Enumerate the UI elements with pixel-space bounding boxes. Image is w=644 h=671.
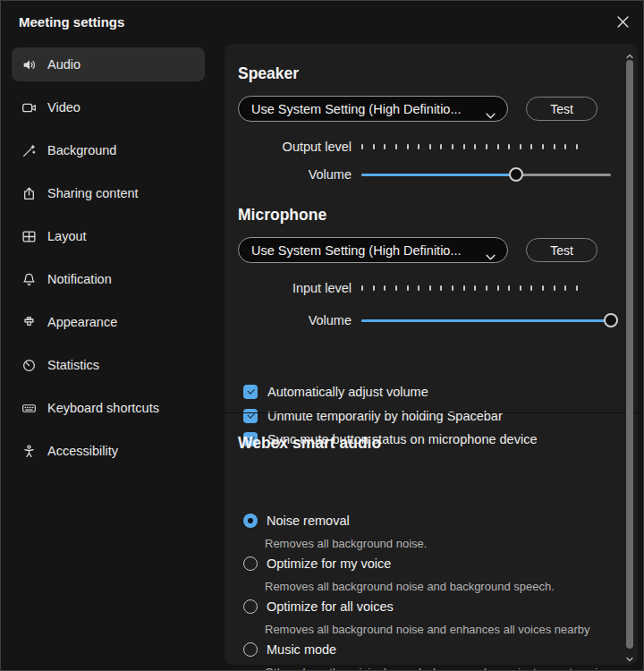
level-tick <box>373 285 375 291</box>
checkbox-icon[interactable] <box>243 409 258 423</box>
sidebar-item-appearance[interactable]: Appearance <box>12 305 205 339</box>
level-tick <box>486 144 487 149</box>
chevron-down-icon <box>486 248 496 264</box>
radio-noise-removal[interactable]: Noise removal <box>243 512 350 530</box>
level-tick <box>497 285 499 291</box>
sidebar-item-label: Keyboard shortcuts <box>47 401 159 415</box>
level-tick <box>463 144 465 149</box>
speaker-icon <box>21 57 37 72</box>
speaker-heading: Speaker <box>238 64 299 83</box>
sidebar-item-label: Layout <box>47 229 87 243</box>
radio-music-mode[interactable]: Music mode <box>243 641 336 658</box>
checkbox-unmute-spacebar[interactable]: Unmute temporarily by holding Spacebar <box>243 409 503 423</box>
sidebar-item-audio[interactable]: Audio <box>12 47 205 81</box>
output-level-meter <box>361 144 578 149</box>
radio-description: Removes all background noise and enhance… <box>265 621 590 639</box>
sidebar-item-label: Appearance <box>47 315 117 329</box>
slider-fill <box>361 174 516 176</box>
sidebar-item-label: Background <box>47 143 116 157</box>
radio-icon[interactable] <box>243 514 258 528</box>
level-tick <box>520 285 521 291</box>
chevron-down-icon <box>486 106 496 123</box>
sidebar-item-sharing-content[interactable]: Sharing content <box>12 176 205 210</box>
scroll-up-icon[interactable] <box>625 48 634 57</box>
radio-optimize-all-voices[interactable]: Optimize for all voices <box>243 598 394 616</box>
speaker-volume-row: Volume <box>238 166 611 183</box>
radio-optimize-my-voice[interactable]: Optimize for my voice <box>243 555 391 573</box>
level-tick <box>407 285 409 291</box>
close-button[interactable] <box>612 13 633 34</box>
level-tick <box>418 144 419 149</box>
sidebar-item-background[interactable]: Background <box>12 133 205 167</box>
checkbox-auto-adjust-volume[interactable]: Automatically adjust volume <box>243 385 428 399</box>
microphone-device-value: Use System Setting (High Definitio... <box>251 243 462 258</box>
radio-description: Removes all background noise and backgro… <box>265 578 555 596</box>
camera-icon <box>21 100 37 115</box>
meeting-settings-dialog: Meeting settings Audio Video Background … <box>0 0 644 671</box>
radio-icon[interactable] <box>243 556 258 571</box>
microphone-volume-label: Volume <box>238 313 352 327</box>
statistics-icon <box>21 358 37 373</box>
level-tick <box>564 144 566 149</box>
speaker-volume-slider[interactable] <box>361 166 611 183</box>
speaker-test-label: Test <box>550 102 573 116</box>
slider-thumb[interactable] <box>604 313 618 327</box>
level-tick <box>508 285 510 291</box>
level-tick <box>452 285 453 291</box>
paintbrush-icon <box>21 315 37 330</box>
microphone-input-level-row: Input level <box>238 280 611 296</box>
sidebar-item-layout[interactable]: Layout <box>12 219 205 253</box>
level-tick <box>508 144 510 149</box>
slider-fill <box>361 319 611 322</box>
microphone-device-dropdown[interactable]: Use System Setting (High Definitio... <box>238 237 508 263</box>
radio-label: Music mode <box>267 642 336 657</box>
level-tick <box>576 144 578 149</box>
sidebar-item-notification[interactable]: Notification <box>12 262 205 296</box>
slider-thumb[interactable] <box>509 167 523 182</box>
sidebar-item-label: Statistics <box>47 358 99 372</box>
level-tick <box>429 285 431 291</box>
level-tick <box>530 144 532 149</box>
microphone-test-button[interactable]: Test <box>526 238 597 262</box>
radio-description: Others hear the original sound when you … <box>265 664 614 671</box>
scrollbar[interactable] <box>623 47 636 662</box>
level-tick <box>542 285 544 291</box>
level-tick <box>497 144 499 149</box>
close-icon <box>617 15 629 31</box>
level-tick <box>520 144 521 149</box>
radio-icon[interactable] <box>243 642 258 657</box>
level-tick <box>373 144 375 149</box>
smart-audio-heading: Webex smart audio <box>238 434 381 453</box>
checkbox-icon[interactable] <box>243 385 258 399</box>
level-tick <box>576 285 578 291</box>
audio-settings-panel: Speaker Use System Setting (High Definit… <box>225 44 638 665</box>
sidebar-item-label: Notification <box>47 272 112 286</box>
radio-icon[interactable] <box>243 599 258 614</box>
accessibility-icon <box>21 444 37 459</box>
scrollbar-thumb[interactable] <box>626 60 633 649</box>
sidebar-item-accessibility[interactable]: Accessibility <box>12 434 205 468</box>
microphone-volume-slider[interactable] <box>361 312 611 328</box>
share-icon <box>21 186 37 201</box>
scroll-down-icon[interactable] <box>625 651 634 660</box>
speaker-test-button[interactable]: Test <box>526 97 597 121</box>
dialog-title: Meeting settings <box>19 14 124 30</box>
level-tick <box>474 144 476 149</box>
sidebar-item-keyboard-shortcuts[interactable]: Keyboard shortcuts <box>12 391 205 425</box>
level-tick <box>474 285 476 291</box>
checkbox-label: Automatically adjust volume <box>267 385 428 399</box>
speaker-output-level-row: Output level <box>238 139 611 155</box>
sidebar-item-statistics[interactable]: Statistics <box>12 348 205 382</box>
level-tick <box>554 144 555 149</box>
level-tick <box>384 285 386 291</box>
speaker-device-dropdown[interactable]: Use System Setting (High Definitio... <box>238 96 508 122</box>
level-tick <box>463 285 465 291</box>
microphone-test-label: Test <box>550 243 573 258</box>
section-divider <box>225 412 638 413</box>
radio-label: Optimize for my voice <box>267 556 391 571</box>
radio-label: Optimize for all voices <box>267 599 394 614</box>
speaker-device-value: Use System Setting (High Definitio... <box>251 102 462 116</box>
microphone-volume-row: Volume <box>238 312 611 328</box>
sidebar-item-video[interactable]: Video <box>12 90 205 124</box>
microphone-heading: Microphone <box>238 206 326 225</box>
